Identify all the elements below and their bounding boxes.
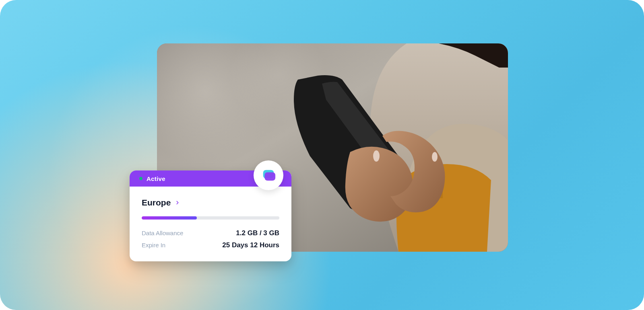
data-allowance-row: Data Allowance 1.2 GB / 3 GB (142, 229, 279, 237)
svg-point-3 (373, 150, 380, 162)
app-logo-badge (254, 160, 283, 190)
hero-container: Active Europe Data Allowance (0, 0, 644, 310)
data-allowance-label: Data Allowance (142, 230, 183, 236)
region-link[interactable]: Europe (142, 198, 279, 207)
status-label: Active (147, 175, 165, 182)
status-dot-icon (139, 177, 142, 180)
data-plan-card: Active Europe Data Allowance (130, 170, 291, 261)
expire-in-label: Expire In (142, 242, 165, 248)
data-progress-bar (142, 216, 279, 220)
chevron-right-icon (175, 200, 180, 205)
data-allowance-value: 1.2 GB / 3 GB (236, 229, 279, 237)
expire-in-value: 25 Days 12 Hours (222, 241, 279, 249)
app-logo-icon (261, 168, 276, 183)
region-name: Europe (142, 198, 171, 207)
data-progress-fill (142, 216, 197, 220)
expire-in-row: Expire In 25 Days 12 Hours (142, 241, 279, 249)
svg-point-4 (432, 152, 438, 162)
card-body: Europe Data Allowance 1.2 GB / 3 GB Expi… (130, 187, 291, 261)
